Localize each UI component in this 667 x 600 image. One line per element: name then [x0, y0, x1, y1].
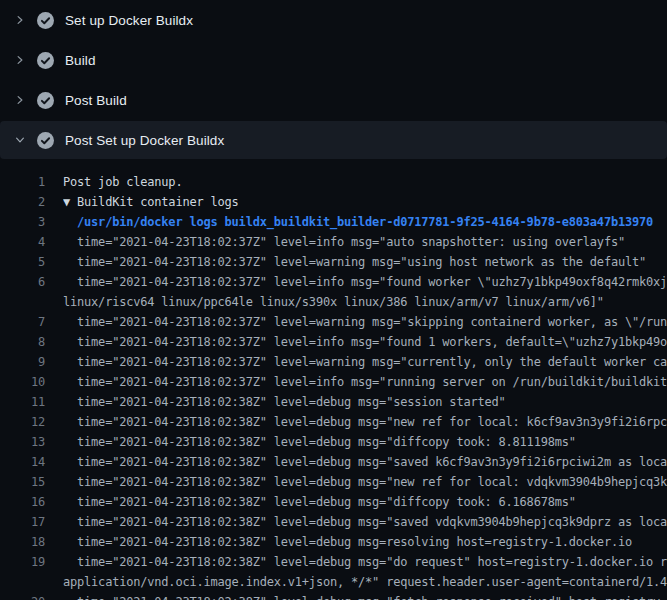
log-line-text: time="2021-04-23T18:02:38Z" level=debug …: [63, 532, 667, 552]
step-title: Post Set up Docker Buildx: [65, 133, 224, 148]
log-line-text: Post job cleanup.: [63, 172, 667, 192]
chevron-icon: [13, 13, 27, 27]
log-line: linux/riscv64 linux/ppc64le linux/s390x …: [0, 292, 667, 312]
log-line-text: time="2021-04-23T18:02:37Z" level=info m…: [63, 272, 667, 292]
log-line: 13 time="2021-04-23T18:02:38Z" level=deb…: [0, 432, 667, 452]
log-line-number[interactable]: 15: [0, 472, 45, 492]
log-line: application/vnd.oci.image.index.v1+json,…: [0, 572, 667, 592]
log-line-number[interactable]: 18: [0, 532, 45, 552]
log-line-number[interactable]: 2: [0, 192, 45, 212]
log-line: 16 time="2021-04-23T18:02:38Z" level=deb…: [0, 492, 667, 512]
log-line-text: time="2021-04-23T18:02:38Z" level=debug …: [63, 452, 667, 472]
log-line-number[interactable]: 17: [0, 512, 45, 532]
log-line: 9 time="2021-04-23T18:02:37Z" level=warn…: [0, 352, 667, 372]
step-title: Post Build: [65, 93, 127, 108]
log-line-number[interactable]: 3: [0, 212, 45, 232]
chevron-icon: [13, 133, 27, 147]
log-line: 17 time="2021-04-23T18:02:38Z" level=deb…: [0, 512, 667, 532]
log-line-text: time="2021-04-23T18:02:37Z" level=info m…: [63, 232, 667, 252]
log-line-number[interactable]: 16: [0, 492, 45, 512]
log-line: 10 time="2021-04-23T18:02:37Z" level=inf…: [0, 372, 667, 392]
log-line-text: time="2021-04-23T18:02:38Z" level=debug …: [63, 512, 667, 532]
log-line-number: [0, 572, 45, 592]
log-line: 6 time="2021-04-23T18:02:37Z" level=info…: [0, 272, 667, 292]
log-line: 1 Post job cleanup.: [0, 172, 667, 192]
log-line-text: time="2021-04-23T18:02:37Z" level=warnin…: [63, 252, 667, 272]
log-line: 20 time="2021-04-23T18:02:38Z" level=deb…: [0, 592, 667, 600]
log-line: 19 time="2021-04-23T18:02:38Z" level=deb…: [0, 552, 667, 572]
log-line-list: 1 Post job cleanup. 2 ▼ BuildKit contain…: [0, 160, 667, 600]
log-line: 8 time="2021-04-23T18:02:37Z" level=info…: [0, 332, 667, 352]
log-line-number[interactable]: 8: [0, 332, 45, 352]
log-line-text: time="2021-04-23T18:02:38Z" level=debug …: [63, 592, 667, 600]
log-line-text: application/vnd.oci.image.index.v1+json,…: [63, 572, 667, 592]
log-line: 7 time="2021-04-23T18:02:37Z" level=warn…: [0, 312, 667, 332]
step-header-list: Set up Docker Buildx Build Post Build: [0, 0, 667, 159]
log-line: 3 /usr/bin/docker logs buildx_buildkit_b…: [0, 212, 667, 232]
log-line-text: time="2021-04-23T18:02:37Z" level=info m…: [63, 372, 667, 392]
step-header-post-build[interactable]: Post Build: [0, 80, 667, 120]
log-line-number[interactable]: 20: [0, 592, 45, 600]
log-line-number[interactable]: 19: [0, 552, 45, 572]
log-line-text: time="2021-04-23T18:02:38Z" level=debug …: [63, 552, 667, 572]
log-line-text: time="2021-04-23T18:02:38Z" level=debug …: [63, 432, 667, 452]
check-circle-icon: [37, 132, 54, 149]
log-line: 14 time="2021-04-23T18:02:38Z" level=deb…: [0, 452, 667, 472]
log-line-text: time="2021-04-23T18:02:38Z" level=debug …: [63, 472, 667, 492]
log-line-text: time="2021-04-23T18:02:38Z" level=debug …: [63, 392, 667, 412]
log-line: 18 time="2021-04-23T18:02:38Z" level=deb…: [0, 532, 667, 552]
log-line: 5 time="2021-04-23T18:02:37Z" level=warn…: [0, 252, 667, 272]
log-line-number[interactable]: 4: [0, 232, 45, 252]
log-line: 11 time="2021-04-23T18:02:38Z" level=deb…: [0, 392, 667, 412]
log-line-text: time="2021-04-23T18:02:37Z" level=info m…: [63, 332, 667, 352]
log-line-number[interactable]: 5: [0, 252, 45, 272]
log-line: 15 time="2021-04-23T18:02:38Z" level=deb…: [0, 472, 667, 492]
log-line-number[interactable]: 6: [0, 272, 45, 292]
step-header-set-up-docker-buildx[interactable]: Set up Docker Buildx: [0, 0, 667, 40]
check-circle-icon: [37, 52, 54, 69]
actions-log-viewer: Set up Docker Buildx Build Post Build: [0, 0, 667, 600]
log-line: 2 ▼ BuildKit container logs: [0, 192, 667, 212]
log-line-number[interactable]: 1: [0, 172, 45, 192]
step-title: Set up Docker Buildx: [65, 13, 193, 28]
log-line-text: time="2021-04-23T18:02:37Z" level=warnin…: [63, 312, 667, 332]
chevron-icon: [13, 93, 27, 107]
step-header-build[interactable]: Build: [0, 40, 667, 80]
log-line-text: time="2021-04-23T18:02:38Z" level=debug …: [63, 492, 667, 512]
log-line-text[interactable]: ▼ BuildKit container logs: [63, 192, 667, 212]
log-line-number[interactable]: 9: [0, 352, 45, 372]
log-line: 12 time="2021-04-23T18:02:38Z" level=deb…: [0, 412, 667, 432]
log-line: 4 time="2021-04-23T18:02:37Z" level=info…: [0, 232, 667, 252]
step-header-post-set-up-docker-buildx[interactable]: Post Set up Docker Buildx: [0, 121, 667, 159]
log-line-number[interactable]: 7: [0, 312, 45, 332]
chevron-icon: [13, 53, 27, 67]
log-line-text: linux/riscv64 linux/ppc64le linux/s390x …: [63, 292, 667, 312]
log-line-number[interactable]: 14: [0, 452, 45, 472]
log-line-number[interactable]: 10: [0, 372, 45, 392]
log-line-number: [0, 292, 45, 312]
log-line-number[interactable]: 12: [0, 412, 45, 432]
log-line-text: time="2021-04-23T18:02:38Z" level=debug …: [63, 412, 667, 432]
check-circle-icon: [37, 12, 54, 29]
log-line-text: /usr/bin/docker logs buildx_buildkit_bui…: [63, 212, 667, 232]
log-line-number[interactable]: 13: [0, 432, 45, 452]
check-circle-icon: [37, 92, 54, 109]
step-title: Build: [65, 53, 96, 68]
log-line-number[interactable]: 11: [0, 392, 45, 412]
log-line-text: time="2021-04-23T18:02:37Z" level=warnin…: [63, 352, 667, 372]
